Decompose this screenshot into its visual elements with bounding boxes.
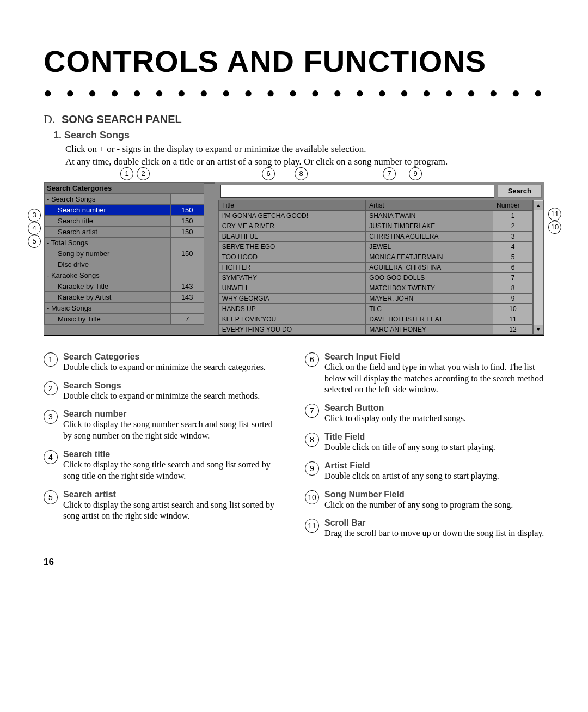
table-row[interactable]: HANDS UPTLC10	[218, 303, 532, 314]
table-row[interactable]: UNWELLMATCHBOX TWENTY8	[218, 283, 532, 293]
tree-header[interactable]: Search Catergories	[45, 182, 204, 193]
number-cell[interactable]: 1	[493, 210, 533, 221]
artist-cell[interactable]: MARC ANTHONEY	[366, 324, 493, 334]
artist-cell[interactable]: CHRISTINA AGUILERA	[366, 231, 493, 241]
number-cell[interactable]: 2	[493, 221, 533, 231]
definition-number: 10	[305, 490, 319, 504]
artist-cell[interactable]: TLC	[366, 303, 493, 314]
definition-number: 5	[44, 490, 58, 504]
tree-item-count	[170, 237, 204, 248]
definition-heading: Search artist	[63, 490, 283, 500]
title-cell[interactable]: SYMPATHY	[218, 272, 365, 283]
definition-heading: Search Button	[324, 403, 544, 413]
number-cell[interactable]: 5	[493, 252, 533, 262]
callout-2: 2	[137, 167, 150, 180]
definition-text: Double click to expand or minimize the s…	[63, 391, 283, 402]
tree-item[interactable]: Search artist	[45, 226, 171, 237]
section-title-text: SONG SEARCH PANEL	[62, 113, 182, 125]
tree-item[interactable]: Karaoke by Artist	[45, 291, 171, 302]
number-cell[interactable]: 12	[493, 324, 533, 334]
definition-entry: 9Artist FieldDouble click on artist of a…	[305, 461, 544, 482]
title-cell[interactable]: SERVE THE EGO	[218, 241, 365, 252]
results-scrollbar[interactable]: ▴ ▾	[533, 200, 544, 335]
tree-scrollbar[interactable]	[204, 182, 215, 184]
table-row[interactable]: FIGHTERAGUILERA, CHRISTINA6	[218, 262, 532, 272]
number-cell[interactable]: 8	[493, 283, 533, 293]
title-cell[interactable]: KEEP LOVIN'YOU	[218, 314, 365, 324]
table-row[interactable]: SYMPATHYGOO GOO DOLLS7	[218, 272, 532, 283]
intro-line-1: Click on + or - signs in the display to …	[65, 143, 544, 156]
number-cell[interactable]: 11	[493, 314, 533, 324]
definition-number: 8	[305, 433, 319, 447]
title-cell[interactable]: HANDS UP	[218, 303, 365, 314]
tree-item[interactable]: - Search Songs	[45, 193, 171, 204]
col-number[interactable]: Number	[493, 200, 533, 210]
definition-heading: Artist Field	[324, 461, 544, 471]
number-cell[interactable]: 4	[493, 241, 533, 252]
definition-entry: 10Song Number FieldClick on the number o…	[305, 490, 544, 511]
artist-cell[interactable]: DAVE HOLLISTER FEAT	[366, 314, 493, 324]
artist-cell[interactable]: GOO GOO DOLLS	[366, 272, 493, 283]
artist-cell[interactable]: JUSTIN TIMBERLAKE	[366, 221, 493, 231]
table-row[interactable]: EVERYTHING YOU DOMARC ANTHONEY12	[218, 324, 532, 334]
tree-item[interactable]: Song by number	[45, 248, 171, 259]
callout-3: 3	[28, 209, 41, 222]
definition-text: Click to display the song title search a…	[63, 459, 283, 482]
table-row[interactable]: SERVE THE EGOJEWEL4	[218, 241, 532, 252]
artist-cell[interactable]: AGUILERA, CHRISTINA	[366, 262, 493, 272]
number-cell[interactable]: 9	[493, 293, 533, 303]
col-title[interactable]: Title	[218, 200, 365, 210]
table-row[interactable]: BEAUTIFULCHRISTINA AGUILERA3	[218, 231, 532, 241]
definition-number: 9	[305, 461, 319, 476]
title-cell[interactable]: FIGHTER	[218, 262, 365, 272]
title-cell[interactable]: CRY ME A RIVER	[218, 221, 365, 231]
artist-cell[interactable]: MAYER, JOHN	[366, 293, 493, 303]
callout-5: 5	[28, 235, 41, 248]
title-cell[interactable]: EVERYTHING YOU DO	[218, 324, 365, 334]
definition-heading: Search Input Field	[324, 352, 544, 362]
search-input[interactable]	[220, 185, 494, 198]
number-cell[interactable]: 7	[493, 272, 533, 283]
table-row[interactable]: I'M GONNA GETCHA GOOD!SHANIA TWAIN1	[218, 210, 532, 221]
callout-7: 7	[383, 167, 396, 180]
col-artist[interactable]: Artist	[366, 200, 493, 210]
definition-entry: 2Search SongsDouble click to expand or m…	[44, 381, 283, 402]
tree-item[interactable]: Disc drive	[45, 259, 171, 270]
table-row[interactable]: WHY GEORGIAMAYER, JOHN9	[218, 293, 532, 303]
definition-entry: 11Scroll BarDrag the scroll bar to move …	[305, 518, 544, 539]
artist-cell[interactable]: MONICA FEAT.JERMAIN	[366, 252, 493, 262]
callout-4: 4	[28, 222, 41, 235]
tree-item[interactable]: - Music Songs	[45, 302, 171, 313]
number-cell[interactable]: 6	[493, 262, 533, 272]
definition-entry: 1Search CategoriesDouble click to expand…	[44, 352, 283, 373]
tree-item-count	[170, 259, 204, 270]
title-cell[interactable]: TOO HOOD	[218, 252, 365, 262]
table-row[interactable]: KEEP LOVIN'YOUDAVE HOLLISTER FEAT11	[218, 314, 532, 324]
subsection-title: Search Songs	[64, 130, 130, 141]
artist-cell[interactable]: MATCHBOX TWENTY	[366, 283, 493, 293]
tree-item[interactable]: Karaoke by Title	[45, 281, 171, 291]
number-cell[interactable]: 3	[493, 231, 533, 241]
tree-item[interactable]: - Total Songs	[45, 237, 171, 248]
tree-item-count: 150	[170, 204, 204, 215]
tree-item[interactable]: - Karaoke Songs	[45, 270, 171, 281]
callout-6: 6	[262, 167, 275, 180]
title-cell[interactable]: BEAUTIFUL	[218, 231, 365, 241]
scroll-down-icon[interactable]: ▾	[534, 325, 543, 334]
definition-heading: Search Categories	[63, 352, 283, 362]
search-button[interactable]: Search	[498, 185, 542, 198]
tree-item[interactable]: Search title	[45, 215, 171, 226]
title-cell[interactable]: WHY GEORGIA	[218, 293, 365, 303]
callout-9: 9	[409, 167, 422, 180]
number-cell[interactable]: 10	[493, 303, 533, 314]
scroll-up-icon[interactable]: ▴	[534, 200, 543, 210]
tree-item[interactable]: Search number	[45, 204, 171, 215]
definition-text: Double click on artist of any song to st…	[324, 471, 544, 482]
table-row[interactable]: CRY ME A RIVERJUSTIN TIMBERLAKE2	[218, 221, 532, 231]
artist-cell[interactable]: SHANIA TWAIN	[366, 210, 493, 221]
table-row[interactable]: TOO HOODMONICA FEAT.JERMAIN5	[218, 252, 532, 262]
title-cell[interactable]: UNWELL	[218, 283, 365, 293]
tree-item[interactable]: Music by Title	[45, 313, 171, 324]
title-cell[interactable]: I'M GONNA GETCHA GOOD!	[218, 210, 365, 221]
artist-cell[interactable]: JEWEL	[366, 241, 493, 252]
